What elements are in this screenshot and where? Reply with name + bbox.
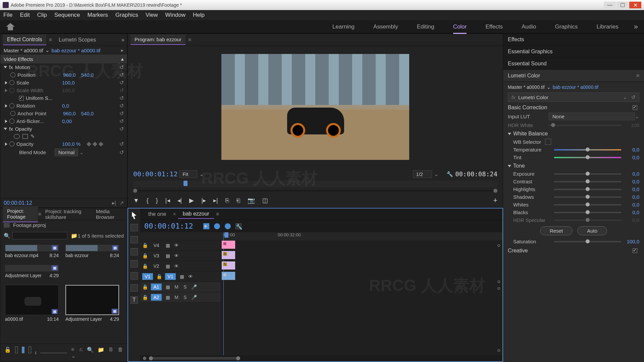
search-icon[interactable]: 🔍 bbox=[4, 233, 10, 239]
snap-icon[interactable]: ✦ bbox=[203, 223, 209, 229]
saturation-value[interactable]: 100,0 bbox=[625, 239, 639, 244]
linked-selection-icon[interactable] bbox=[214, 223, 220, 229]
add-keyframe-icon[interactable] bbox=[93, 141, 97, 146]
lumetri-effect-name[interactable]: Lumetri Color bbox=[518, 95, 623, 100]
play-icon[interactable]: ▶ bbox=[189, 197, 194, 204]
stopwatch-icon[interactable] bbox=[9, 103, 14, 108]
time-ruler[interactable]: :00:0000:00:32:00 bbox=[221, 232, 502, 240]
blacks-slider[interactable] bbox=[554, 212, 621, 213]
timeline-track-area[interactable]: :00:0000:00:32:00 ▦ fx fx ▦ ○ ○ ○ ○ bbox=[221, 232, 502, 355]
window-close[interactable]: ✕ bbox=[629, 2, 641, 8]
razor-tool-icon[interactable] bbox=[130, 248, 138, 255]
stopwatch-icon[interactable] bbox=[10, 72, 15, 77]
playhead-icon[interactable] bbox=[183, 181, 187, 186]
eye-icon[interactable]: 👁 bbox=[174, 243, 179, 248]
ripple-tool-icon[interactable] bbox=[130, 236, 138, 243]
ec-master[interactable]: Master * a0000.tif bbox=[4, 48, 43, 53]
write-enable-icon[interactable]: 🔓 bbox=[4, 347, 11, 359]
tab-essential-graphics[interactable]: Essential Graphics bbox=[503, 46, 644, 58]
temp-slider[interactable] bbox=[554, 149, 621, 150]
chevron-down-icon[interactable]: ⌄ bbox=[623, 94, 627, 100]
opacity-label[interactable]: Opacity bbox=[15, 126, 32, 132]
menu-markers[interactable]: Markers bbox=[88, 12, 108, 18]
lock-icon[interactable]: 🔒 bbox=[142, 295, 148, 300]
highlights-slider[interactable] bbox=[554, 189, 621, 190]
blacks-value[interactable]: 0,0 bbox=[625, 209, 639, 215]
window-maximize[interactable]: ☐ bbox=[616, 2, 629, 8]
menu-clip[interactable]: Clip bbox=[37, 12, 47, 18]
program-preview[interactable] bbox=[221, 54, 409, 160]
voice-over-icon[interactable]: 🎤 bbox=[191, 284, 197, 290]
ws-color[interactable]: Color bbox=[453, 23, 467, 30]
slip-tool-icon[interactable] bbox=[130, 260, 138, 267]
reset-icon[interactable]: ↺ bbox=[631, 94, 636, 100]
program-tab[interactable]: Program: bab ezzour bbox=[130, 35, 185, 45]
twirl-icon[interactable] bbox=[5, 104, 7, 108]
position-y[interactable]: 540,0 bbox=[81, 72, 94, 78]
reset-icon[interactable]: ↺ bbox=[119, 103, 124, 109]
clip-v1[interactable]: ▦ bbox=[221, 272, 235, 280]
twirl-icon[interactable] bbox=[5, 142, 7, 146]
lock-icon[interactable]: 🔒 bbox=[156, 274, 162, 279]
timeline-scrollbar[interactable] bbox=[140, 355, 502, 361]
exposure-value[interactable]: 0,0 bbox=[625, 171, 639, 177]
wb-header[interactable]: White Balance bbox=[513, 131, 548, 137]
reset-icon[interactable]: ↺ bbox=[119, 110, 124, 117]
ws-learning[interactable]: Learning bbox=[332, 23, 355, 30]
project-item[interactable]: ▦bab ezzour8:24 bbox=[65, 245, 119, 258]
menu-view[interactable]: View bbox=[146, 12, 158, 18]
new-item-icon[interactable]: 🗎 bbox=[108, 347, 114, 359]
ec-play-icon[interactable]: ▸ bbox=[121, 47, 124, 53]
rotation-value[interactable]: 0,0 bbox=[62, 103, 69, 109]
tab-lumetri-color[interactable]: Lumetri Color≡ bbox=[503, 70, 644, 82]
tab-menu-icon[interactable]: ≡ bbox=[216, 211, 219, 217]
find-icon[interactable]: 🔍 bbox=[87, 347, 94, 359]
tab-essential-sound[interactable]: Essential Sound bbox=[503, 58, 644, 70]
ws-editing[interactable]: Editing bbox=[417, 23, 434, 30]
compare-icon[interactable]: ◫ bbox=[262, 197, 268, 204]
video-effects-hdr[interactable]: Video Effects bbox=[4, 56, 33, 62]
creative-header[interactable]: Creative bbox=[508, 248, 528, 254]
saturation-slider[interactable] bbox=[554, 241, 621, 242]
track-v3[interactable]: V3 bbox=[151, 253, 162, 258]
timeline-timecode[interactable]: 00:00:01:12 bbox=[144, 222, 193, 230]
reset-icon[interactable]: ↺ bbox=[119, 126, 124, 132]
ec-zoom-icon[interactable]: ▸| bbox=[112, 200, 116, 206]
track-v4[interactable]: V4 bbox=[151, 243, 162, 248]
eye-icon[interactable]: 👁 bbox=[174, 263, 179, 269]
reset-icon[interactable]: ↺ bbox=[119, 72, 124, 78]
twirl-icon[interactable] bbox=[508, 165, 511, 167]
lumetri-master[interactable]: Master * a0000.tif bbox=[508, 84, 545, 90]
voice-over-icon[interactable]: 🎤 bbox=[191, 295, 197, 300]
ec-clip[interactable]: bab ezzour * a0000.tif bbox=[52, 48, 101, 53]
twirl-icon[interactable] bbox=[4, 128, 7, 130]
contrast-value[interactable]: 0,0 bbox=[625, 179, 639, 184]
selection-tool-icon[interactable] bbox=[130, 212, 138, 219]
new-bin-icon[interactable]: 📁 bbox=[98, 347, 104, 359]
whites-value[interactable]: 0,0 bbox=[625, 202, 639, 207]
mask-pen-icon[interactable]: ✎ bbox=[31, 133, 35, 139]
type-tool-icon[interactable]: T bbox=[130, 296, 138, 304]
track-a1[interactable]: A1 bbox=[151, 284, 162, 290]
button-editor-icon[interactable]: + bbox=[493, 196, 497, 205]
go-out-icon[interactable]: ▸| bbox=[213, 197, 218, 204]
lock-icon[interactable]: 🔒 bbox=[142, 284, 148, 290]
panel-menu-icon[interactable]: ≡ bbox=[636, 73, 639, 79]
anchor-x[interactable]: 960,0 bbox=[63, 111, 76, 116]
temp-value[interactable]: 0,0 bbox=[625, 147, 639, 153]
freeform-view-icon[interactable] bbox=[29, 347, 31, 353]
anchor-y[interactable]: 540,0 bbox=[81, 111, 94, 116]
tint-slider[interactable] bbox=[554, 157, 621, 158]
tab-effect-controls[interactable]: Effect Controls bbox=[3, 35, 46, 45]
step-back-icon[interactable]: ◂| bbox=[177, 197, 182, 204]
sync-lock-icon[interactable]: ▦ bbox=[179, 274, 184, 279]
source-v1[interactable]: V1 bbox=[142, 273, 153, 280]
sync-lock-icon[interactable]: ▦ bbox=[165, 253, 170, 258]
uniform-checkbox[interactable] bbox=[19, 96, 24, 101]
delete-icon[interactable]: 🗑 bbox=[118, 347, 123, 359]
auto-button[interactable]: Auto bbox=[577, 226, 607, 235]
clip-v3[interactable]: fx bbox=[221, 251, 235, 259]
mute-icon[interactable]: M bbox=[174, 284, 179, 290]
sort-icon[interactable]: ≡ ⌄ bbox=[71, 347, 75, 359]
menu-help[interactable]: Help bbox=[193, 12, 205, 18]
